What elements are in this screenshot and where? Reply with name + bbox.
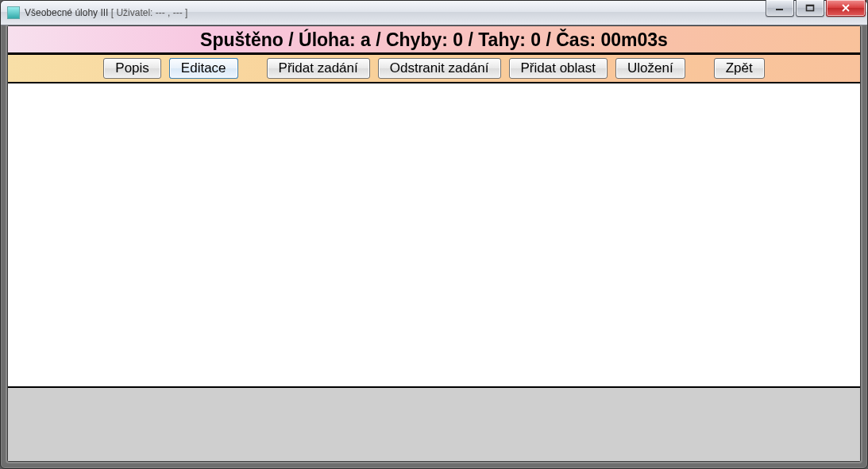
window-controls [766, 0, 866, 17]
maximize-icon [805, 4, 815, 12]
titlebar: Všeobecné úlohy III [ Uživatel: --- , --… [1, 1, 867, 25]
client-area: Spuštěno / Úloha: a / Chyby: 0 / Tahy: 0… [7, 25, 861, 462]
toolbar: Popis Editace Přidat zadání Odstranit za… [8, 55, 860, 83]
editace-button[interactable]: Editace [169, 58, 238, 79]
pridat-zadani-button[interactable]: Přidat zadání [267, 58, 370, 79]
bottom-panel [8, 386, 860, 461]
status-text: Spuštěno / Úloha: a / Chyby: 0 / Tahy: 0… [200, 29, 668, 51]
window-title-main: Všeobecné úlohy III [25, 7, 108, 18]
pridat-oblast-button[interactable]: Přidat oblast [509, 58, 608, 79]
odstranit-zadani-button[interactable]: Odstranit zadání [378, 58, 501, 79]
app-window: Všeobecné úlohy III [ Uživatel: --- , --… [0, 0, 868, 469]
app-icon [7, 6, 20, 19]
close-icon [841, 4, 851, 12]
main-canvas [8, 83, 860, 386]
svg-rect-2 [806, 5, 814, 6]
window-title: Všeobecné úlohy III [ Uživatel: --- , --… [25, 7, 187, 18]
status-bar: Spuštěno / Úloha: a / Chyby: 0 / Tahy: 0… [8, 26, 860, 55]
maximize-button[interactable] [796, 0, 824, 17]
zpet-button[interactable]: Zpět [714, 58, 765, 79]
minimize-button[interactable] [766, 0, 794, 17]
minimize-icon [775, 4, 785, 12]
window-title-suffix: [ Uživatel: --- , --- ] [108, 7, 187, 18]
close-button[interactable] [826, 0, 866, 17]
svg-rect-0 [776, 9, 783, 10]
popis-button[interactable]: Popis [103, 58, 161, 79]
ulozeni-button[interactable]: Uložení [615, 58, 685, 79]
